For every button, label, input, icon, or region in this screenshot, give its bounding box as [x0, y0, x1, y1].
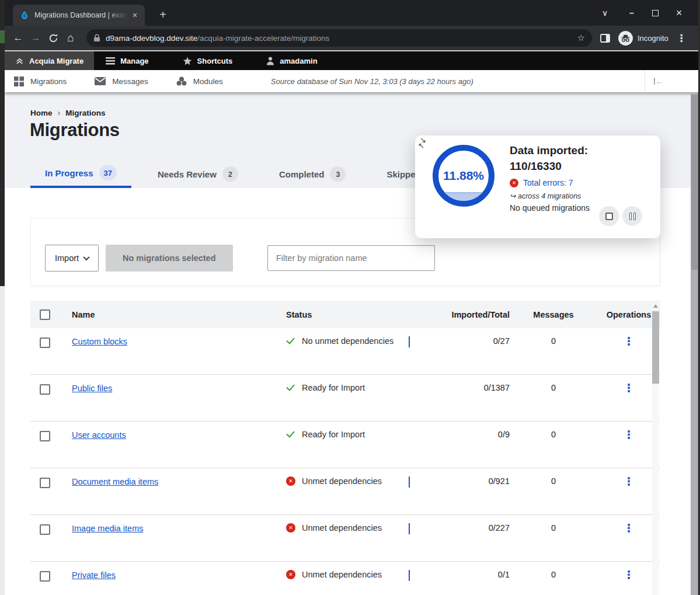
error-icon: ✕ — [510, 179, 518, 187]
across-migrations-note: ↪ across 4 migrations — [510, 192, 581, 200]
no-migrations-selected-button[interactable]: No migrations selected — [106, 245, 233, 272]
row-checkbox[interactable] — [40, 478, 50, 488]
window-minimize-icon[interactable]: – — [625, 8, 638, 18]
operations-kebab-icon[interactable]: ⋮ — [597, 523, 660, 534]
toolbar-item-manage[interactable]: Manage — [96, 51, 158, 70]
forward-icon[interactable]: → — [27, 32, 44, 44]
table-header-row: Name Status Imported/Total Messages Oper… — [30, 301, 660, 328]
scroll-up-arrow-icon[interactable] — [653, 304, 658, 308]
source-database-note: Source database of Sun Nov 12, 3:03 (3 d… — [271, 77, 473, 86]
side-panel-icon[interactable] — [600, 34, 610, 43]
status-icon — [286, 430, 295, 439]
progress-ring-fill — [438, 192, 489, 201]
total-errors-link[interactable]: Total errors: 7 — [523, 178, 573, 187]
pause-button[interactable] — [622, 206, 642, 226]
reload-icon[interactable] — [44, 33, 62, 43]
breadcrumb-separator: › — [58, 108, 61, 117]
imported-total-value: 0/1 — [432, 570, 510, 579]
url-text: d9ama-ddevblog.ddev.site/acquia-migrate-… — [106, 34, 329, 43]
migration-link[interactable]: User accounts — [72, 430, 126, 440]
browser-toolbar: ← → ⌂ d9ama-ddevblog.ddev.site/acquia-mi… — [5, 26, 698, 50]
operations-kebab-icon[interactable]: ⋮ — [597, 476, 660, 487]
row-checkbox[interactable] — [40, 337, 50, 348]
table-scrollbar[interactable] — [652, 302, 659, 595]
browser-tab[interactable]: Migrations Dashboard | example × — [13, 5, 145, 26]
back-icon[interactable]: ← — [9, 32, 27, 44]
home-icon[interactable]: ⌂ — [62, 32, 79, 44]
chevron-down-icon[interactable] — [409, 476, 410, 488]
breadcrumb-home-link[interactable]: Home — [30, 109, 53, 117]
data-imported-ratio: 110/16330 — [510, 158, 656, 174]
row-checkbox[interactable] — [40, 524, 50, 535]
grid-icon — [14, 76, 24, 86]
row-checkbox[interactable] — [40, 571, 50, 582]
nav-item-messages[interactable]: Messages — [85, 77, 148, 86]
header-status: Status — [286, 310, 409, 319]
table-row: Public files Ready for Import 0/1387 0 ⋮ — [30, 375, 660, 422]
table-row: User accounts Ready for Import 0/9 0 ⋮ — [30, 422, 660, 468]
messages-count: 0 — [510, 476, 597, 486]
double-chevron-up-icon — [15, 57, 24, 65]
star-icon — [183, 57, 192, 65]
window-chevron-icon[interactable]: ∨ — [598, 8, 611, 18]
selection-label: No migrations selected — [123, 253, 216, 263]
url-bar[interactable]: d9ama-ddevblog.ddev.site/acquia-migrate-… — [86, 29, 592, 47]
migration-link[interactable]: Custom blocks — [72, 337, 127, 346]
table-row: Custom blocks No unmet dependencies 0/27… — [30, 328, 660, 375]
operations-kebab-icon[interactable]: ⋮ — [597, 430, 660, 440]
row-checkbox[interactable] — [40, 431, 50, 441]
progress-ring: 11.88% — [433, 145, 494, 207]
operations-kebab-icon[interactable]: ⋮ — [597, 383, 660, 394]
browser-menu-icon[interactable]: ⋮ — [677, 32, 687, 44]
page-scrollbar[interactable] — [691, 92, 698, 595]
messages-count: 0 — [510, 570, 597, 579]
toolbar-item-user[interactable]: amadamin — [257, 51, 326, 70]
nav-item-migrations[interactable]: Migrations — [5, 76, 67, 86]
tab-close-icon[interactable]: × — [130, 10, 140, 20]
migration-link[interactable]: Public files — [72, 384, 112, 393]
chevron-down-icon[interactable] — [409, 336, 410, 347]
toolbar-collapse-button[interactable]: ← — [645, 70, 671, 92]
tab-label: In Progress — [45, 168, 93, 178]
page-scrollbar-thumb[interactable] — [691, 95, 698, 270]
toolbar-item-acquia-migrate[interactable]: Acquia Migrate — [5, 51, 94, 70]
resize-handle-icon[interactable]: ↘ ↖ — [420, 137, 426, 149]
chevron-down-icon[interactable] — [409, 570, 410, 581]
new-tab-button[interactable]: + — [155, 7, 170, 22]
nav-item-modules[interactable]: Modules — [167, 76, 223, 86]
stop-button[interactable] — [599, 206, 619, 226]
table-scrollbar-thumb[interactable] — [652, 311, 659, 384]
nav-item-label: Modules — [193, 77, 223, 86]
imported-total-value: 0/27 — [432, 336, 510, 346]
window-close-icon[interactable]: × — [673, 7, 685, 19]
status-text: Unmet dependencies — [302, 476, 382, 486]
data-imported-label: Data imported: — [510, 142, 656, 158]
queue-status-text: No queued migrations — [510, 203, 590, 213]
status-icon — [286, 476, 295, 486]
operations-kebab-icon[interactable]: ⋮ — [597, 570, 660, 580]
screen: Migrations Dashboard | example × + ∨ – ×… — [0, 0, 700, 595]
progress-percent: 11.88% — [443, 169, 484, 183]
tab-in-progress[interactable]: In Progress 37 — [30, 160, 131, 188]
window-maximize-icon[interactable] — [652, 10, 659, 16]
migration-tabs: In Progress 37 Needs Review 2 Completed … — [30, 160, 447, 188]
migration-link[interactable]: Private files — [72, 570, 116, 580]
migration-link[interactable]: Image media items — [72, 524, 144, 533]
table-row: Private files Unmet dependencies 0/1 0 ⋮ — [30, 562, 660, 595]
operations-kebab-icon[interactable]: ⋮ — [597, 336, 660, 347]
status-text: Ready for Import — [302, 430, 365, 439]
row-checkbox[interactable] — [40, 384, 50, 395]
migration-link[interactable]: Document media items — [72, 477, 158, 486]
toolbar-item-label: Acquia Migrate — [29, 57, 83, 65]
bookmark-star-icon[interactable]: ☆ — [577, 33, 585, 43]
chevron-down-icon — [83, 254, 89, 260]
filter-input[interactable] — [267, 245, 435, 271]
tab-needs-review[interactable]: Needs Review 2 — [143, 160, 253, 188]
tab-completed[interactable]: Completed 3 — [264, 160, 361, 188]
select-all-checkbox[interactable] — [40, 309, 50, 320]
toolbar-item-shortcuts[interactable]: Shortcuts — [173, 51, 242, 70]
toolbar-item-label: Manage — [120, 57, 148, 65]
chevron-down-icon[interactable] — [409, 523, 410, 534]
messages-count: 0 — [510, 383, 597, 392]
import-dropdown-button[interactable]: Import — [45, 245, 99, 272]
